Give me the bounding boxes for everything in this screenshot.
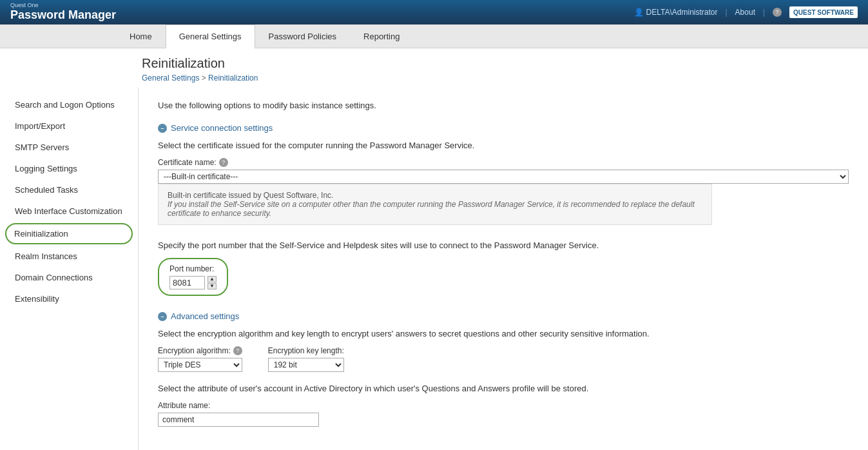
sidebar-item-search-logon[interactable]: Search and Logon Options [0,94,138,115]
tab-home[interactable]: Home [116,24,166,48]
port-section-desc: Specify the port number that the Self-Se… [158,240,849,250]
key-length-select[interactable]: 192 bit 128 bit 256 bit [268,358,344,372]
breadcrumb-parent[interactable]: General Settings [142,73,199,83]
brand-main: Password Manager [10,8,116,21]
page-title: Reinitialization [142,56,855,71]
port-section: Specify the port number that the Self-Se… [158,240,849,296]
sidebar-item-extensibility[interactable]: Extensibility [0,288,138,309]
sidebar-item-web-interface[interactable]: Web Interface Customization [0,201,138,222]
certificate-field: Certificate name: ? ---Built-in certific… [158,158,849,184]
separator-1: | [725,8,727,17]
service-section-header: – Service connection settings [158,123,849,133]
certificate-select[interactable]: ---Built-in certificate--- [158,170,849,184]
app-logo: Quest One Password Manager [10,3,116,22]
port-label: Port number: [169,264,217,273]
breadcrumb-separator: > [202,73,208,83]
attribute-section: Select the attribute of user's account i… [158,384,849,427]
attribute-field: Attribute name: [158,401,849,427]
certificate-help-icon[interactable]: ? [219,158,228,167]
intro-text: Use the following options to modify basi… [158,101,849,110]
app-header: Quest One Password Manager 👤 DELTA\Admin… [0,0,868,24]
service-section-title: Service connection settings [171,123,273,133]
main-layout: Search and Logon Options Import/Export S… [0,88,868,450]
attribute-label: Attribute name: [158,401,849,410]
key-length-field: Encryption key length: 192 bit 128 bit 2… [268,346,344,372]
sidebar-item-smtp[interactable]: SMTP Servers [0,137,138,158]
tab-reporting[interactable]: Reporting [350,24,413,48]
breadcrumb-current[interactable]: Reinitialization [208,73,258,83]
quest-logo-text: QUEST SOFTWARE [793,9,854,16]
service-section-icon: – [158,124,167,133]
port-increment-btn[interactable]: ▲ [207,276,217,282]
certificate-label: Certificate name: ? [158,158,849,167]
info-line2: If you install the Self-Service site on … [168,200,702,218]
help-icon[interactable]: ? [773,8,782,17]
algorithm-label: Encryption algorithm: ? [158,346,242,355]
tab-general-settings[interactable]: General Settings [166,24,255,48]
attribute-desc: Select the attribute of user's account i… [158,384,849,393]
algorithm-help-icon[interactable]: ? [233,346,242,355]
certificate-info-box: Built-in certificate issued by Quest Sof… [158,184,712,225]
port-decrement-btn[interactable]: ▼ [207,283,217,289]
header-right: 👤 DELTA\Administrator | About | ? QUEST … [634,6,858,18]
sidebar-item-domain-connections[interactable]: Domain Connections [0,267,138,288]
page-container: Reinitialization General Settings > Rein… [0,48,868,450]
algorithm-field: Encryption algorithm: ? Triple DES AES [158,346,242,372]
breadcrumb: General Settings > Reinitialization [142,73,855,83]
service-section: – Service connection settings Select the… [158,123,849,225]
advanced-section-header: – Advanced settings [158,311,849,321]
algorithm-select[interactable]: Triple DES AES [158,358,242,372]
sidebar-item-logging[interactable]: Logging Settings [0,158,138,179]
content-area: Use the following options to modify basi… [139,88,868,450]
port-container: Port number: ▲ ▼ [158,258,228,296]
encryption-fields: Encryption algorithm: ? Triple DES AES E… [158,346,849,372]
sidebar-item-realm-instances[interactable]: Realm Instances [0,246,138,267]
port-spinner: ▲ ▼ [207,276,217,289]
tab-password-policies[interactable]: Password Policies [255,24,351,48]
port-input-row: ▲ ▼ [169,276,217,289]
about-link[interactable]: About [735,8,755,17]
separator-2: | [763,8,765,17]
key-length-label: Encryption key length: [268,346,344,355]
advanced-section-desc: Select the encryption algorithm and key … [158,329,849,338]
service-section-desc: Select the certificate issued for the co… [158,141,849,150]
advanced-section-icon: – [158,312,167,321]
sidebar-item-scheduled-tasks[interactable]: Scheduled Tasks [0,179,138,201]
sidebar-item-import-export[interactable]: Import/Export [0,115,138,137]
info-line1: Built-in certificate issued by Quest Sof… [168,191,702,200]
user-icon: 👤 [634,8,644,17]
username-label: DELTA\Administrator [646,8,718,17]
user-display: 👤 DELTA\Administrator [634,8,718,17]
advanced-section: – Advanced settings Select the encryptio… [158,311,849,427]
attribute-input[interactable] [158,413,319,427]
advanced-section-title: Advanced settings [171,311,239,321]
nav-tabs: Home General Settings Password Policies … [0,24,868,48]
breadcrumb-area: Reinitialization General Settings > Rein… [0,48,868,88]
brand-area: Quest One Password Manager [10,3,116,22]
sidebar: Search and Logon Options Import/Export S… [0,88,139,450]
sidebar-item-reinitialization[interactable]: Reinitialization [5,223,133,244]
quest-logo: QUEST SOFTWARE [789,6,858,18]
port-input[interactable] [169,276,205,289]
